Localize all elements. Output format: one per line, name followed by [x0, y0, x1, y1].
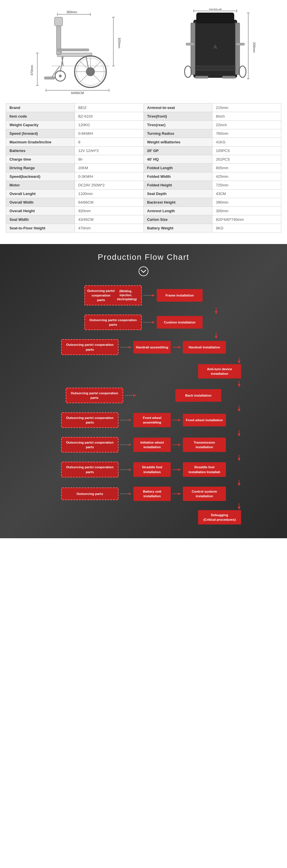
svg-point-48 [184, 66, 192, 78]
flow-row-6: Outsorcing parts\ cooperation parts Fron… [43, 412, 244, 428]
flow-arrow-1 [144, 293, 155, 297]
spec-value2: 300mm [212, 207, 281, 215]
spec-label2: Tires(rear) [144, 121, 212, 129]
flow-box-control: Control systerm installation [183, 487, 226, 501]
svg-rect-44 [236, 43, 245, 45]
table-row: Overall Lenght 1100mm Seat Depth 43CM [6, 190, 281, 198]
spec-label: Motor [6, 181, 75, 190]
spec-label: Batteries [6, 147, 75, 155]
flow-row-9: Outsorcing parts Battery unit installati… [43, 487, 244, 501]
spec-label: Overall Lenght [6, 190, 75, 198]
svg-marker-83 [178, 419, 181, 421]
table-row: Overall Width 64/66CM Backrest Height 39… [6, 198, 281, 207]
flow-arrow-5 [125, 394, 136, 397]
svg-marker-87 [129, 444, 132, 446]
spec-label2: Folded Length [144, 164, 212, 172]
svg-marker-65 [152, 321, 155, 323]
flow-box-handrail-assembling: Handrail assembling [134, 341, 171, 353]
flow-down-6 [43, 430, 244, 436]
flow-box-outsorcing-1: Outsorcing parts\ cooperation parts(Weld… [84, 285, 142, 305]
svg-rect-40 [197, 13, 234, 23]
spec-label2: Tires(front) [144, 112, 212, 121]
table-row: Motor DC24V 250W*2 Folded Height 725mm [6, 181, 281, 190]
table-row: Item code BZ-6103 Tires(front) 8inch [6, 112, 281, 121]
flow-down-9 [43, 503, 244, 509]
table-row: Seat Width 43/45CM Carton Size 820*440*7… [6, 215, 281, 224]
spec-value: 920mm [75, 207, 144, 215]
specs-section: Brand BEIZ Armrest-to-seat 215mm Item co… [0, 103, 287, 238]
spec-value2: 261PCS [212, 155, 281, 164]
production-flow-section: Production Flow Chart Outsorcing parts\ … [0, 244, 287, 538]
svg-marker-89 [178, 444, 181, 446]
svg-rect-41 [191, 23, 195, 74]
flow-box-outsorcing-7: Outsorcing parts\ cooperation parts [61, 462, 118, 477]
spec-value: DC24V 250W*2 [75, 181, 144, 190]
flow-arrow-7b [172, 443, 181, 446]
svg-point-22 [86, 67, 95, 76]
flow-arrow-8b [172, 468, 181, 471]
specs-table: Brand BEIZ Armrest-to-seat 215mm Item co… [6, 103, 281, 232]
flow-box-debugging: Debugging(Critical procedures) [198, 510, 241, 524]
svg-marker-99 [129, 493, 132, 495]
spec-label: Overall Width [6, 198, 75, 207]
spec-label: Charge time [6, 155, 75, 164]
flow-box-frame: Frame installation [157, 289, 203, 302]
flow-box-outsorcing-6: Outsorcing parts\ cooperation parts [61, 437, 118, 453]
table-row: Maximum Grade/Incline 8 Weight w/Batteri… [6, 138, 281, 147]
flow-arrow-3b [172, 345, 181, 349]
spec-label2: 20' GP [144, 147, 212, 155]
spec-label: Item code [6, 112, 75, 121]
table-row: Driving Range 20KM Folded Length 805mm [6, 164, 281, 172]
wheelchair-side-view: 300mm 920mm 470mm 64/66CM [29, 9, 126, 95]
flow-down-3 [43, 357, 244, 364]
flow-box-handrail-installation: Handrail installation [183, 341, 226, 353]
svg-marker-85 [238, 434, 240, 436]
product-image-left: 300mm 920mm 470mm 64/66CM [29, 9, 126, 95]
table-row: Speed(backward) 0-3KM/H Folded Width 425… [6, 172, 281, 181]
flow-arrow-3a [120, 345, 132, 349]
flow-box-outsorcing-4: Outsorcing parts\ cooperation parts [66, 388, 123, 403]
svg-marker-97 [238, 483, 240, 486]
svg-point-59 [139, 267, 148, 276]
svg-text:43/45CM: 43/45CM [209, 9, 222, 10]
spec-label: Maximum Grade/Incline [6, 138, 75, 147]
svg-text:330mm: 330mm [253, 42, 256, 53]
flow-row-2: Outsorcing parts\ cooperation parts Cush… [43, 315, 244, 330]
flow-box-antiturn: Anti-turn device installation [198, 364, 241, 378]
svg-rect-9 [45, 77, 55, 79]
spec-value2: 41KG [212, 138, 281, 147]
flow-arrow-2 [144, 320, 155, 324]
spec-label2: Turning Radius [144, 129, 212, 138]
product-image-right: A 43/45CM 330mm [172, 9, 258, 95]
flow-box-outsorcing-8: Outsorcing parts [61, 488, 118, 500]
spec-value: 470mm [75, 224, 144, 232]
flow-diagram: Outsorcing parts\ cooperation parts(Weld… [43, 285, 244, 524]
spec-value2: 9KG [212, 224, 281, 232]
svg-marker-73 [238, 361, 240, 364]
spec-value: 0-6KM/H [75, 129, 144, 138]
spec-value: 6h [75, 155, 144, 164]
spec-label2: 40' HQ [144, 155, 212, 164]
flow-title: Production Flow Chart [6, 253, 281, 262]
svg-marker-103 [238, 507, 240, 509]
spec-value2: 725mm [212, 181, 281, 190]
svg-marker-101 [178, 493, 181, 495]
product-images-section: 300mm 920mm 470mm 64/66CM [0, 0, 287, 100]
svg-text:920mm: 920mm [118, 38, 121, 49]
flow-box-battery: Battery unit installation [134, 487, 171, 501]
spec-value2: 425mm [212, 172, 281, 181]
flow-box-back: Back installation [175, 389, 221, 402]
spec-value: 43/45CM [75, 215, 144, 224]
spec-label: Brand [6, 103, 75, 112]
table-row: Speed (forward) 0-6KM/H Turning Radius 7… [6, 129, 281, 138]
svg-rect-4 [55, 17, 63, 26]
table-row: Batteries 12V 12AH*2 20' GP 105PCS [6, 147, 281, 155]
flow-down-4 [43, 381, 244, 387]
flow-arrow-7a [120, 443, 132, 446]
svg-text:A: A [213, 44, 217, 50]
svg-marker-75 [238, 384, 240, 387]
flow-down-2 [43, 332, 244, 339]
spec-value: 1100mm [75, 190, 144, 198]
spec-value2: 760mm [212, 129, 281, 138]
spec-value2: 22inch [212, 121, 281, 129]
